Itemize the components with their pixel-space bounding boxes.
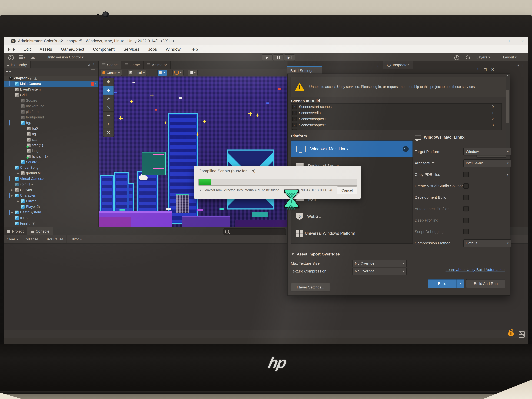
setting-dropdown[interactable]: Default▾ xyxy=(463,239,511,247)
visibility-button[interactable]: ▾ xyxy=(188,70,197,76)
scroll-up-icon[interactable]: ▲ xyxy=(507,74,509,77)
scene-checkbox[interactable]: ✓ xyxy=(292,111,297,115)
build-and-run-button[interactable]: Build And Run xyxy=(466,279,505,288)
expand-toggle[interactable]: ▶ xyxy=(17,172,21,175)
setting-checkbox[interactable] xyxy=(463,218,469,223)
snap-button[interactable]: ▾ xyxy=(172,70,184,76)
hierarchy-row[interactable]: ▶ Character › xyxy=(4,193,98,198)
hierarchy-row[interactable]: platform xyxy=(4,109,98,114)
platform-row[interactable]: 5 WebGL xyxy=(291,208,412,225)
asset-import-overrides-header[interactable]: ▼ Asset Import Overrides xyxy=(291,252,340,256)
player-settings-button[interactable]: Player Settings... xyxy=(291,283,330,291)
menu-item[interactable]: Jobs xyxy=(144,47,161,52)
bottom-tab[interactable]: Console xyxy=(27,228,53,235)
setting-checkbox[interactable] xyxy=(463,195,469,200)
build-dropdown-arrow[interactable]: ▾ xyxy=(456,279,464,288)
setting-checkbox[interactable] xyxy=(463,229,469,234)
orientation-button[interactable]: Local▾ xyxy=(127,70,147,76)
row-chevron-icon[interactable]: › xyxy=(37,160,38,164)
menu-item[interactable]: Edit xyxy=(19,47,35,52)
minimize-button[interactable]: ─ xyxy=(489,38,499,44)
setting-checkbox[interactable] xyxy=(463,184,469,189)
hierarchy-row[interactable]: ▶ ground all xyxy=(4,171,98,176)
grid-dropdown-arrow[interactable]: ▾ xyxy=(23,56,25,60)
layout-dropdown[interactable]: Layout ▾ xyxy=(503,55,517,59)
pivot-mode-button[interactable]: Center▾ xyxy=(101,70,122,76)
scene-checkbox[interactable]: ✓ xyxy=(292,117,297,121)
bottom-tab[interactable]: Project xyxy=(4,228,27,235)
build-button[interactable]: Build ▾ xyxy=(428,279,464,288)
hierarchy-row[interactable]: Main Camera › xyxy=(4,81,98,87)
hierarchy-row[interactable]: chapter5 ⋮ ▲ xyxy=(4,76,98,81)
search-icon[interactable] xyxy=(466,56,470,60)
hierarchy-row[interactable]: bg › xyxy=(4,120,98,126)
hierarchy-row[interactable]: bg0 xyxy=(4,126,98,131)
row-chevron-icon[interactable]: › xyxy=(38,165,40,170)
scene-canvas[interactable]: ERS xyxy=(99,76,287,228)
scene-checkbox[interactable]: ✓ xyxy=(292,105,297,109)
scene-row[interactable]: ✓ Scenes/start scenes 0 xyxy=(291,104,501,110)
console-button[interactable]: Editor▾ xyxy=(66,235,85,243)
menu-item[interactable]: Window xyxy=(161,47,185,52)
menu-item[interactable]: Component xyxy=(89,47,119,52)
build-settings-tab[interactable]: Build Settings xyxy=(287,66,322,74)
expand-toggle[interactable]: ▶ xyxy=(11,211,15,214)
hierarchy-row[interactable]: Grid xyxy=(4,92,98,98)
scene-checkbox[interactable]: ✓ xyxy=(292,123,297,127)
hierarchy-row[interactable]: Square › xyxy=(4,159,98,165)
platform-row[interactable]: Windows, Mac, Linux xyxy=(291,140,412,158)
expand-toggle[interactable]: ▶ xyxy=(11,189,15,191)
menu-item[interactable]: Assets xyxy=(35,47,57,52)
hierarchy-row[interactable]: ChuanSong › xyxy=(4,165,98,171)
hierarchy-row[interactable]: star xyxy=(4,137,98,142)
layers-dropdown[interactable]: Layers ▾ xyxy=(476,55,490,59)
layers-grid-icon[interactable] xyxy=(19,55,23,59)
hierarchy-row[interactable]: bg1 xyxy=(4,131,98,137)
scroll-thumb[interactable] xyxy=(506,90,509,123)
console-button[interactable]: Error Pause xyxy=(41,235,66,243)
hierarchy-row[interactable]: coin (1) › xyxy=(4,182,98,187)
scene-tool-button[interactable]: ▭ xyxy=(103,112,114,120)
scene-checkbox[interactable]: ✓ xyxy=(292,129,297,130)
view-tab[interactable]: Animator xyxy=(144,61,171,69)
row-chevron-icon[interactable]: ⋮ ▲ xyxy=(29,76,38,81)
row-chevron-icon[interactable]: › xyxy=(41,210,42,215)
row-chevron-icon[interactable]: › xyxy=(30,121,31,125)
play-button[interactable]: ▶ xyxy=(262,54,272,61)
row-chevron-icon[interactable]: › xyxy=(95,82,96,86)
menu-item[interactable]: GameObject xyxy=(57,47,89,52)
scene-tool-button[interactable]: ⌖ xyxy=(103,120,114,128)
console-button[interactable]: Clear▾ xyxy=(4,235,21,243)
kebab-icon[interactable]: ⋮ xyxy=(92,63,95,67)
hierarchy-row[interactable]: coin › xyxy=(4,215,98,221)
menu-item[interactable]: Services xyxy=(119,47,144,52)
add-object-button[interactable]: + ▾ xyxy=(6,69,11,74)
scene-row[interactable]: ✓ Scenes/chapter2 3 xyxy=(291,122,501,128)
scene-tool-button[interactable]: ✥ xyxy=(103,78,114,86)
step-button[interactable]: ▶ xyxy=(284,54,295,61)
row-chevron-icon[interactable]: › xyxy=(35,193,37,198)
hierarchy-row[interactable]: background xyxy=(4,103,98,109)
close-button[interactable]: ✕ xyxy=(518,38,527,44)
scene-tool-button[interactable]: ⚒ xyxy=(103,128,114,137)
hierarchy-row[interactable]: Virtual Camera › xyxy=(4,176,98,182)
hierarchy-row[interactable]: Square xyxy=(4,98,98,103)
grid-snapping-button[interactable]: ▾ xyxy=(158,70,167,76)
row-chevron-icon[interactable]: › xyxy=(32,182,33,187)
kebab-icon[interactable]: ⋮ xyxy=(476,67,480,72)
hierarchy-row[interactable]: EventSystem xyxy=(4,87,98,92)
menu-item[interactable]: File xyxy=(4,47,19,52)
pause-button[interactable] xyxy=(273,54,284,61)
hierarchy-row[interactable]: ▶ DeathSystem › xyxy=(4,209,98,215)
console-button[interactable]: Collapse xyxy=(21,235,41,243)
scene-tool-button[interactable]: ✚ xyxy=(103,86,114,95)
row-chevron-icon[interactable]: › xyxy=(43,177,45,181)
kebab-icon[interactable]: ⋮ xyxy=(521,63,525,68)
history-icon[interactable] xyxy=(454,55,459,60)
setting-dropdown[interactable]: Intel 64-bit▾ xyxy=(463,159,511,167)
menu-item[interactable]: Help xyxy=(185,47,202,52)
hierarchy-row[interactable]: Player 2 › xyxy=(4,204,98,209)
scene-tool-button[interactable]: ⤡ xyxy=(103,103,114,112)
hierarchy-tab[interactable]: ≡ Hierarchy xyxy=(4,61,31,69)
maximize-button[interactable]: □ xyxy=(504,38,513,44)
